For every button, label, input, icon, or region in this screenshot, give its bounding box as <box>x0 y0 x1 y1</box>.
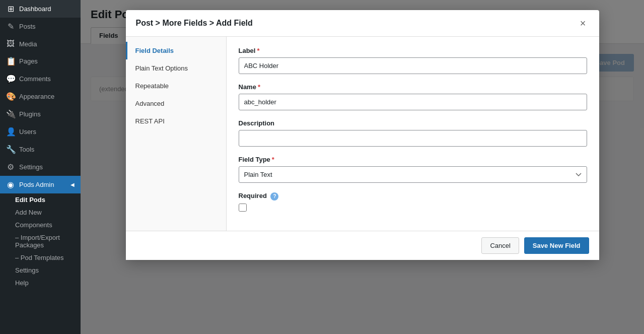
sidebar-item-pages[interactable]: 📋 Pages <box>0 52 81 70</box>
modal-nav: Field Details Plain Text Options Repeata… <box>126 37 227 231</box>
sidebar-item-users[interactable]: 👤 Users <box>0 123 81 141</box>
pods-icon: ◉ <box>6 180 15 189</box>
modal-nav-rest-api[interactable]: REST API <box>126 112 226 130</box>
sidebar-item-posts[interactable]: ✎ Posts <box>0 18 81 35</box>
required-checkbox[interactable] <box>239 204 247 212</box>
sidebar-item-pods-admin[interactable]: ◉ Pods Admin ◀ <box>0 176 81 193</box>
modal-nav-plain-text-options[interactable]: Plain Text Options <box>126 59 226 77</box>
description-form-group: Description <box>239 119 587 147</box>
posts-icon: ✎ <box>6 22 15 31</box>
name-input[interactable] <box>239 94 587 110</box>
modal-header: Post > More Fields > Add Field × <box>126 10 599 37</box>
save-new-field-button[interactable]: Save New Field <box>524 237 589 254</box>
tools-icon: 🔧 <box>6 145 15 154</box>
sidebar-item-comments[interactable]: 💬 Comments <box>0 70 81 88</box>
modal-nav-repeatable[interactable]: Repeatable <box>126 77 226 95</box>
modal-form: Label* Name* Description <box>227 37 599 231</box>
dashboard-icon: ⊞ <box>6 4 15 14</box>
users-icon: 👤 <box>6 127 15 137</box>
sidebar-sub-add-new[interactable]: Add New <box>0 206 81 219</box>
sidebar-item-plugins[interactable]: 🔌 Plugins <box>0 105 81 123</box>
sidebar-sub-help[interactable]: Help <box>0 277 81 289</box>
name-form-group: Name* <box>239 83 587 110</box>
sidebar-sub-edit-pods[interactable]: Edit Pods <box>0 193 81 206</box>
sidebar-item-appearance[interactable]: 🎨 Appearance <box>0 88 81 105</box>
add-field-modal: Post > More Fields > Add Field × Field D… <box>126 10 599 260</box>
pages-icon: 📋 <box>6 56 15 66</box>
label-form-group: Label* <box>239 47 587 74</box>
label-input[interactable] <box>239 57 587 74</box>
sidebar-sub-components[interactable]: Components <box>0 219 81 231</box>
field-type-label: Field Type* <box>239 156 587 163</box>
sidebar: ⊞ Dashboard ✎ Posts 🖼 Media 📋 Pages 💬 Co… <box>0 0 81 334</box>
sidebar-sub-import-export[interactable]: – Import/Export Packages <box>0 231 81 251</box>
collapse-icon: ◀ <box>70 182 75 187</box>
sidebar-item-media[interactable]: 🖼 Media <box>0 35 81 52</box>
modal-nav-field-details[interactable]: Field Details <box>126 42 226 59</box>
sidebar-item-tools[interactable]: 🔧 Tools <box>0 141 81 158</box>
required-help-icon[interactable]: ? <box>270 192 278 201</box>
settings-icon: ⚙ <box>6 162 15 172</box>
sidebar-sub-settings[interactable]: Settings <box>0 264 81 277</box>
modal-body: Field Details Plain Text Options Repeata… <box>126 37 599 231</box>
modal-close-button[interactable]: × <box>577 17 589 29</box>
required-label: Required ? <box>239 192 587 201</box>
main-content: Edit Pod: post Fields Auto Template Opti… <box>81 0 644 334</box>
label-field-label: Label* <box>239 47 587 54</box>
description-input[interactable] <box>239 130 587 147</box>
modal-nav-advanced[interactable]: Advanced <box>126 95 226 112</box>
plugins-icon: 🔌 <box>6 109 15 119</box>
media-icon: 🖼 <box>6 39 15 48</box>
sidebar-item-dashboard[interactable]: ⊞ Dashboard <box>0 0 81 18</box>
name-field-label: Name* <box>239 83 587 91</box>
modal-overlay: Post > More Fields > Add Field × Field D… <box>81 0 644 334</box>
modal-footer: Cancel Save New Field <box>126 231 599 260</box>
sidebar-item-settings[interactable]: ⚙ Settings <box>0 158 81 176</box>
appearance-icon: 🎨 <box>6 92 15 101</box>
sidebar-sub-pod-templates[interactable]: – Pod Templates <box>0 251 81 264</box>
cancel-button[interactable]: Cancel <box>481 237 519 254</box>
description-field-label: Description <box>239 119 587 127</box>
modal-title: Post > More Fields > Add Field <box>136 19 253 28</box>
required-form-group: Required ? <box>239 192 587 212</box>
field-type-form-group: Field Type* Plain Text WYSIWYG (Visual E… <box>239 156 587 183</box>
comments-icon: 💬 <box>6 74 15 84</box>
field-type-select[interactable]: Plain Text WYSIWYG (Visual Editor) Plain… <box>239 166 587 183</box>
